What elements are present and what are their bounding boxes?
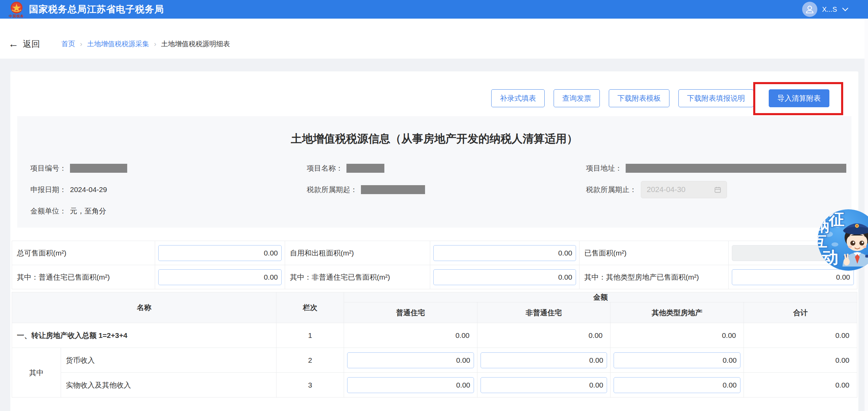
field-project-name: 项目名称： <box>307 162 586 174</box>
sold-area-label: 已售面积(m²) <box>579 241 729 265</box>
field-period-end: 税款所属期止： 2024-04-30 <box>586 184 851 196</box>
area-table: 总可售面积(m²) 自用和出租面积(m²) 已售面积(m²) 其中：普通住宅已售… <box>12 241 857 289</box>
ordinary-residence-sold-input[interactable] <box>158 269 282 285</box>
inkind-income-ordinary-input[interactable] <box>347 377 474 393</box>
main-detail-table: 名称 栏次 金额 普通住宅 非普通住宅 其他类型房地产 合计 一、转让房地产收入… <box>12 292 857 398</box>
declare-date-value: 2024-04-29 <box>70 186 107 194</box>
national-emblem-icon <box>10 1 23 14</box>
redacted-project-no <box>70 164 127 173</box>
header-non-ordinary-residence: 非普通住宅 <box>477 302 610 323</box>
row-value: 0.00 <box>744 348 857 373</box>
row-line-no: 1 <box>276 323 344 348</box>
query-invoice-button[interactable]: 查询发票 <box>554 89 600 107</box>
mascot-char-dong: 动 <box>822 247 838 269</box>
other-property-sold-input[interactable] <box>732 269 854 285</box>
form-fields: 项目编号： 项目名称： 项目地址： 申报日期： 2024-04-29 税款所属期… <box>17 162 851 217</box>
row-inkind-income-label: 实物收入及其他收入 <box>61 373 276 398</box>
supplementary-fill-button[interactable]: 补录式填表 <box>491 89 545 107</box>
table-row: 其中：普通住宅已售面积(m²) 其中：非普通住宅已售面积(m²) 其中：其他类型… <box>12 265 857 289</box>
total-sellable-area-label: 总可售面积(m²) <box>12 241 155 265</box>
table-row: 总可售面积(m²) 自用和出租面积(m²) 已售面积(m²) <box>12 241 857 265</box>
primary-button-wrap: 导入清算附表 <box>769 89 829 107</box>
field-project-address: 项目地址： <box>586 162 851 174</box>
header-line-no: 栏次 <box>276 292 344 323</box>
logo-caption: 中国税务 <box>9 14 24 18</box>
app-title: 国家税务总局江苏省电子税务局 <box>29 3 164 16</box>
table-row: 一、转让房地产收入总额 1=2+3+4 1 0.00 0.00 0.00 0.0… <box>12 323 857 348</box>
header-name: 名称 <box>12 292 276 323</box>
row-value: 0.00 <box>477 323 610 348</box>
tax-interaction-mascot-widget[interactable]: 征 纳 互 动 <box>818 209 868 271</box>
row-value: 0.00 <box>744 323 857 348</box>
breadcrumb-bar: ← 返回 首页 › 土地增值税税源采集 › 土地增值税税源明细表 <box>0 19 868 59</box>
username: X...S <box>822 6 837 13</box>
other-property-sold-label: 其中：其他类型房地产已售面积(m²) <box>579 265 729 289</box>
row-value: 0.00 <box>344 323 477 348</box>
row-line-no: 2 <box>276 348 344 373</box>
group-label-among-which: 其中 <box>12 348 61 398</box>
row-value: 0.00 <box>744 373 857 398</box>
monetary-income-ordinary-input[interactable] <box>347 352 474 368</box>
top-header-bar: 中国税务 国家税务总局江苏省电子税务局 X...S <box>0 0 868 19</box>
user-icon <box>805 4 815 14</box>
self-use-rental-area-label: 自用和出租面积(m²) <box>285 241 430 265</box>
main-card: 补录式填表 查询发票 下载附表模板 下载附表填报说明 导入清算附表 土地增值税税… <box>10 71 858 411</box>
total-sellable-area-input[interactable] <box>158 245 282 261</box>
redacted-project-name <box>346 164 384 173</box>
form-title: 土地增值税税源信息（从事房地产开发的纳税人清算适用） <box>17 131 851 147</box>
import-liquidation-attachment-button[interactable]: 导入清算附表 <box>769 89 829 107</box>
header-amount: 金额 <box>344 292 857 302</box>
table-row: 实物收入及其他收入 3 0.00 <box>12 373 857 398</box>
field-period-start: 税款所属期起： <box>307 184 586 196</box>
mascot-circle: 征 纳 互 动 <box>818 209 868 271</box>
table-row: 其中 货币收入 2 0.00 <box>12 348 857 373</box>
breadcrumb-collection[interactable]: 土地增值税税源采集 <box>87 39 149 49</box>
breadcrumb-separator-icon: › <box>154 40 157 48</box>
ordinary-residence-sold-label: 其中：普通住宅已售面积(m²) <box>12 265 155 289</box>
row-value: 0.00 <box>610 323 744 348</box>
page: 中国税务 国家税务总局江苏省电子税务局 X...S ← 返回 首页 › 土地增值… <box>0 0 868 411</box>
toolbar: 补录式填表 查询发票 下载附表模板 下载附表填报说明 导入清算附表 <box>12 71 857 107</box>
monetary-income-non-ordinary-input[interactable] <box>481 352 607 368</box>
download-instructions-button[interactable]: 下载附表填报说明 <box>678 89 754 107</box>
header-ordinary-residence: 普通住宅 <box>344 302 477 323</box>
calendar-icon <box>714 186 721 193</box>
inkind-income-non-ordinary-input[interactable] <box>481 377 607 393</box>
field-project-no: 项目编号： <box>30 162 307 174</box>
field-amount-unit: 金额单位： 元，至角分 <box>30 205 307 217</box>
header-other-property: 其他类型房地产 <box>610 302 744 323</box>
amount-unit-value: 元，至角分 <box>70 206 106 216</box>
row-total-transfer-income-label: 一、转让房地产收入总额 1=2+3+4 <box>12 323 276 348</box>
row-monetary-income-label: 货币收入 <box>61 348 276 373</box>
monetary-income-other-input[interactable] <box>614 352 740 368</box>
download-template-button[interactable]: 下载附表模板 <box>609 89 669 107</box>
back-arrow-icon: ← <box>8 39 19 49</box>
redacted-period-start <box>361 185 425 194</box>
breadcrumb-home[interactable]: 首页 <box>61 39 75 49</box>
breadcrumb-separator-icon: › <box>80 40 82 48</box>
tax-bureau-logo: 中国税务 <box>9 1 24 18</box>
non-ordinary-residence-sold-input[interactable] <box>433 269 576 285</box>
breadcrumb-current: 土地增值税税源明细表 <box>161 39 230 49</box>
header-total: 合计 <box>744 302 857 323</box>
tax-source-info-panel: 土地增值税税源信息（从事房地产开发的纳税人清算适用） 项目编号： 项目名称： 项… <box>17 116 851 228</box>
field-declare-date: 申报日期： 2024-04-29 <box>30 184 307 196</box>
back-button[interactable]: ← 返回 <box>8 38 40 50</box>
row-line-no: 3 <box>276 373 344 398</box>
user-menu[interactable]: X...S <box>802 0 849 19</box>
breadcrumb: 首页 › 土地增值税税源采集 › 土地增值税税源明细表 <box>61 39 230 49</box>
redacted-project-address <box>626 164 846 173</box>
period-end-date-input: 2024-04-30 <box>641 181 727 198</box>
inkind-income-other-input[interactable] <box>614 377 740 393</box>
user-avatar[interactable] <box>802 2 817 17</box>
mascot-char-zheng: 征 <box>829 209 845 230</box>
non-ordinary-residence-sold-label: 其中：非普通住宅已售面积(m²) <box>285 265 430 289</box>
chevron-down-icon[interactable] <box>842 7 849 11</box>
self-use-rental-area-input[interactable] <box>433 245 576 261</box>
